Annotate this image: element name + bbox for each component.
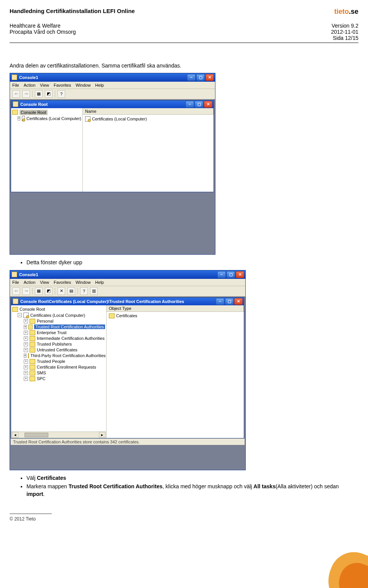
expand-icon[interactable]: + (24, 354, 26, 358)
menu-view[interactable]: View (40, 83, 49, 87)
menu-help[interactable]: Help (95, 83, 104, 87)
tool-button-1[interactable]: ▦ (35, 287, 43, 295)
tool-button-4[interactable]: ▤ (67, 287, 75, 295)
folder-icon (30, 336, 35, 341)
minimize-button[interactable]: – (217, 271, 226, 278)
help-button[interactable]: ? (80, 287, 88, 295)
page-header: Handledning Certifikatinstallation LEFI … (10, 8, 358, 16)
tool-button-2[interactable]: ◩ (45, 90, 53, 98)
mdi-empty-area (11, 445, 245, 468)
tree-item-personal[interactable]: + Personal (12, 318, 105, 324)
tree-item-enterprise-trust[interactable]: + Enterprise Trust (12, 330, 105, 336)
column-name[interactable]: Name (83, 108, 214, 114)
nav-back-button[interactable]: ⇐ (12, 90, 20, 98)
child-title: Console Root\Certificates (Local Compute… (20, 299, 184, 304)
menu-help[interactable]: Help (95, 280, 104, 285)
child-maximize-button[interactable]: ▢ (225, 298, 233, 305)
folder-icon (30, 330, 35, 335)
tree-scrollbar[interactable]: ◄ ► (11, 432, 106, 438)
child-close-button[interactable]: ✕ (234, 298, 243, 305)
toolbar-separator (55, 91, 55, 97)
tree-item-trusted-publishers[interactable]: + Trusted Publishers (12, 341, 105, 347)
expand-icon[interactable]: + (24, 371, 28, 375)
child-minimize-button[interactable]: – (216, 298, 224, 305)
expand-icon[interactable]: + (24, 377, 28, 381)
expand-icon[interactable]: + (24, 342, 28, 346)
expand-icon[interactable]: + (24, 325, 27, 329)
close-button[interactable]: ✕ (236, 271, 244, 278)
toolbar-separator (32, 288, 33, 295)
collapse-icon[interactable]: – (18, 313, 22, 317)
help-button[interactable]: ? (58, 90, 65, 98)
list-body: Certificates (107, 312, 244, 320)
folder-icon (30, 371, 35, 376)
mmc-window-screenshot-1: Console1 – ▢ ✕ File Action View Favorite… (10, 73, 215, 255)
menu-action[interactable]: Action (24, 83, 36, 87)
nav-back-button[interactable]: ⇐ (12, 287, 20, 295)
tree-root-item[interactable]: Console Root (12, 109, 81, 115)
menu-favorites[interactable]: Favorites (54, 83, 71, 87)
maximize-button[interactable]: ▢ (227, 271, 235, 278)
expand-icon[interactable]: + (24, 348, 28, 352)
menu-favorites[interactable]: Favorites (54, 280, 71, 285)
maximize-button[interactable]: ▢ (196, 74, 205, 81)
tool-button-1[interactable]: ▦ (35, 90, 43, 98)
scroll-right-icon[interactable]: ► (99, 432, 105, 438)
tree-child-label: Certificates (Local Computer) (26, 116, 81, 121)
child-close-button[interactable]: ✕ (204, 101, 212, 108)
expand-icon[interactable]: + (24, 319, 28, 323)
tree-item-cert-enrollment[interactable]: + Certificate Enrollment Requests (12, 364, 105, 370)
tree-child-item[interactable]: + Certificates (Local Computer) (12, 115, 81, 122)
tree-item-trusted-root[interactable]: + Trusted Root Certification Authorities (12, 324, 105, 330)
tree-pane[interactable]: Console Root + Certificates (Local Compu… (11, 108, 83, 192)
column-object-type[interactable]: Object Type (107, 305, 244, 311)
menu-view[interactable]: View (40, 280, 49, 285)
list-pane[interactable]: Name Certificates (Local Computer) (83, 108, 214, 192)
scroll-thumb[interactable] (25, 433, 48, 437)
tree-pane[interactable]: Console Root – Certificates (Local Compu… (11, 305, 107, 438)
toolbar: ⇐ ⇒ ▦ ◩ ✕ ▤ ? ▥ (10, 286, 245, 296)
tree-root-item[interactable]: Console Root (12, 306, 105, 312)
toolbar-separator (77, 288, 78, 295)
toolbar-separator (32, 91, 33, 97)
child-minimize-button[interactable]: – (186, 101, 194, 108)
tree-item-third-party-root[interactable]: + Third-Party Root Certification Authori… (12, 353, 105, 359)
menu-window[interactable]: Window (76, 83, 90, 87)
list-pane[interactable]: Object Type Certificates (107, 305, 244, 438)
tool-button-3[interactable]: ✕ (58, 287, 65, 295)
tool-button-5[interactable]: ▥ (90, 287, 98, 295)
tree-item-intermediate-ca[interactable]: + Intermediate Certification Authorities (12, 336, 105, 341)
mmc-icon (13, 101, 18, 107)
tree-l1-item[interactable]: – Certificates (Local Computer) (12, 312, 105, 318)
nav-forward-button[interactable]: ⇒ (22, 287, 30, 295)
tree-item-trusted-people[interactable]: + Trusted People (12, 359, 105, 364)
menu-window[interactable]: Window (76, 280, 90, 285)
statusbar: Trusted Root Certification Authorities s… (11, 438, 245, 445)
tree-item-untrusted[interactable]: + Untrusted Certificates (12, 347, 105, 353)
expand-icon[interactable]: + (24, 359, 28, 364)
child-maximize-button[interactable]: ▢ (195, 101, 203, 108)
tree-item-sms[interactable]: + SMS (12, 370, 105, 376)
list-item[interactable]: Certificates (Local Computer) (85, 116, 211, 122)
header-rule (10, 43, 358, 43)
minimize-button[interactable]: – (187, 74, 196, 81)
list-item-certificates[interactable]: Certificates (109, 313, 242, 319)
column-header: Name (83, 108, 214, 115)
toolbar: ⇐ ⇒ ▦ ◩ ? (10, 89, 215, 99)
scroll-left-icon[interactable]: ◄ (12, 432, 18, 438)
menu-file[interactable]: File (12, 280, 19, 285)
list-item-label: Certificates (Local Computer) (92, 117, 147, 121)
menu-action[interactable]: Action (24, 280, 36, 285)
nav-forward-button[interactable]: ⇒ (22, 90, 30, 98)
expand-icon[interactable]: + (24, 331, 28, 335)
doc-title: Handledning Certifikatinstallation LEFI … (10, 8, 135, 14)
mdi-client-area: Console Root\Certificates (Local Compute… (10, 296, 245, 470)
expand-icon[interactable]: + (24, 365, 28, 369)
expand-icon[interactable]: + (18, 116, 20, 120)
tool-button-2[interactable]: ◩ (45, 287, 53, 295)
menu-file[interactable]: File (12, 83, 19, 87)
tree-item-spc[interactable]: + SPC (12, 376, 105, 382)
expand-icon[interactable]: + (24, 336, 28, 341)
doc-subheader: Healthcare & Welfare Procapita Vård och … (10, 23, 358, 41)
close-button[interactable]: ✕ (205, 74, 214, 81)
